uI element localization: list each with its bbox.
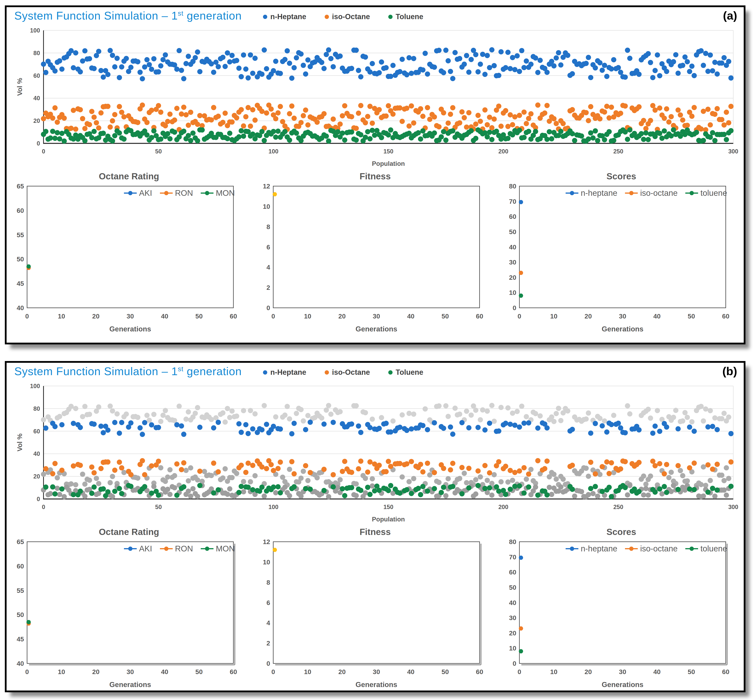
- legend-item-aki: AKI: [124, 188, 152, 198]
- x-axis-title: Population: [372, 516, 405, 523]
- legend-item-toluene: toluene: [685, 544, 727, 553]
- population-scatter-chart-a: 020406080100050100150200250300Population…: [6, 26, 744, 171]
- y-axis-tick-labels: 020406080100: [30, 27, 40, 147]
- plot-box: [519, 186, 726, 308]
- x-axis-tick-labels: 0102030405060: [518, 312, 730, 320]
- svg-text:250: 250: [613, 148, 624, 155]
- svg-text:65: 65: [17, 539, 24, 545]
- svg-text:8: 8: [267, 579, 270, 586]
- legend-dot-icon: [629, 547, 633, 551]
- main-legend: n-Heptaneiso-OctaneToluene: [263, 12, 423, 21]
- page-title-superscript: st: [178, 9, 184, 17]
- panel-a-corner-label: (a): [723, 10, 737, 22]
- legend-line-dot-marker: [124, 192, 137, 194]
- svg-text:45: 45: [17, 635, 24, 643]
- subchart-scores: Scoresn-heptaneiso-octanetoluene01020304…: [503, 526, 739, 694]
- subchart-title-fitness: Fitness: [257, 171, 493, 181]
- svg-text:60: 60: [722, 668, 730, 675]
- svg-text:80: 80: [33, 405, 40, 412]
- svg-text:30: 30: [619, 312, 626, 320]
- legend-dot-icon: [570, 191, 574, 195]
- svg-text:150: 150: [384, 504, 393, 510]
- svg-text:0: 0: [513, 660, 516, 667]
- page-title-suffix: generation: [184, 9, 242, 22]
- legend-dot-icon: [128, 191, 133, 195]
- svg-text:200: 200: [498, 504, 508, 510]
- panel-b-header: System Function Simulation – 1st generat…: [6, 363, 744, 381]
- svg-text:60: 60: [33, 428, 40, 435]
- svg-text:60: 60: [230, 668, 237, 675]
- svg-text:30: 30: [127, 668, 134, 675]
- series-n-heptane: [519, 556, 523, 560]
- legend-line-dot-marker: [625, 192, 638, 194]
- subchart-legend-scores: n-heptaneiso-octanetoluene: [566, 188, 727, 198]
- legend-item-label: AKI: [139, 544, 152, 553]
- svg-text:40: 40: [17, 304, 24, 311]
- svg-text:20: 20: [92, 312, 100, 320]
- page-title-suffix: generation: [184, 365, 242, 378]
- main-legend-item-iso-octane: iso-Octane: [325, 368, 370, 377]
- main-legend-item-label: iso-Octane: [332, 368, 370, 377]
- svg-text:50: 50: [688, 668, 695, 675]
- legend-dot-icon: [263, 370, 267, 375]
- x-axis-title: Generations: [109, 681, 151, 689]
- svg-text:55: 55: [17, 231, 24, 239]
- panel-a: System Function Simulation – 1st generat…: [5, 5, 745, 344]
- svg-text:100: 100: [30, 27, 40, 34]
- svg-text:12: 12: [263, 183, 270, 190]
- main-legend-item-n-heptane: n-Heptane: [263, 12, 306, 21]
- legend-item-mon: MON: [201, 188, 235, 198]
- svg-text:100: 100: [268, 148, 279, 155]
- svg-text:50: 50: [195, 312, 203, 320]
- svg-text:65: 65: [17, 183, 24, 190]
- svg-text:20: 20: [509, 274, 516, 281]
- svg-text:50: 50: [688, 312, 695, 320]
- svg-text:50: 50: [17, 255, 24, 263]
- subchart-svg-octane-rating: 4045505560650102030405060Generations: [12, 183, 246, 338]
- svg-text:50: 50: [441, 668, 449, 675]
- series-iso-octane: [519, 626, 523, 631]
- svg-text:60: 60: [230, 312, 237, 320]
- main-legend-item-label: Toluene: [396, 12, 423, 21]
- legend-item-ron: RON: [160, 544, 193, 553]
- legend-line-dot-marker: [160, 192, 173, 194]
- main-legend-item-label: n-Heptane: [270, 368, 306, 377]
- y-axis-tick-labels: 024681012: [263, 183, 270, 311]
- y-axis-tick-labels: 404550556065: [17, 183, 24, 311]
- series-toluene: [519, 649, 523, 653]
- svg-text:50: 50: [509, 228, 516, 236]
- svg-text:6: 6: [267, 244, 270, 251]
- y-axis-tick-labels: 404550556065: [17, 539, 24, 667]
- svg-text:20: 20: [338, 668, 346, 675]
- svg-text:300: 300: [728, 148, 738, 155]
- svg-text:10: 10: [263, 558, 270, 566]
- population-scatter-chart-b: 020406080100050100150200250300Population…: [6, 381, 744, 526]
- legend-item-label: toluene: [700, 544, 727, 553]
- svg-text:6: 6: [267, 599, 270, 606]
- legend-item-label: RON: [175, 188, 193, 198]
- svg-text:30: 30: [373, 668, 380, 675]
- legend-line-dot-marker: [566, 548, 578, 549]
- main-legend-item-label: Toluene: [396, 368, 423, 377]
- x-axis-tick-labels: 050100150200250300: [42, 504, 738, 510]
- svg-text:40: 40: [17, 660, 24, 667]
- svg-text:200: 200: [498, 148, 508, 155]
- subchart-svg-fitness: 0246810120102030405060Generations: [258, 183, 492, 338]
- svg-text:40: 40: [33, 450, 40, 457]
- svg-text:30: 30: [509, 258, 516, 266]
- svg-text:50: 50: [17, 611, 24, 618]
- figure-page: System Function Simulation – 1st generat…: [0, 0, 753, 700]
- x-axis-tick-labels: 0102030405060: [271, 668, 483, 675]
- svg-text:20: 20: [33, 117, 40, 124]
- panel-b-corner-label: (b): [722, 366, 737, 377]
- legend-dot-icon: [164, 547, 168, 551]
- x-axis-tick-labels: 0102030405060: [25, 668, 237, 675]
- page-title: System Function Simulation – 1st generat…: [14, 10, 242, 22]
- main-legend: n-Heptaneiso-OctaneToluene: [263, 368, 423, 377]
- svg-text:10: 10: [58, 312, 65, 320]
- legend-item-n-heptane: n-heptane: [566, 188, 617, 198]
- svg-text:10: 10: [550, 668, 558, 675]
- main-legend-item-iso-octane: iso-Octane: [325, 12, 370, 21]
- series-fitness: [273, 548, 277, 552]
- svg-text:10: 10: [509, 289, 516, 296]
